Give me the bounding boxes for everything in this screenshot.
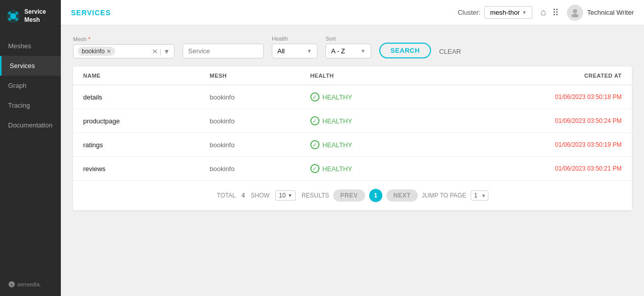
table-header: NAME MESH HEALTH CREATED AT xyxy=(73,67,632,85)
mesh-filter-group: Mesh bookinfo ✕ ✕ | ▼ xyxy=(73,36,174,58)
sidebar: Service Mesh Meshes Services Graph Traci… xyxy=(0,0,61,296)
sidebar-item-meshes[interactable]: Meshes xyxy=(0,36,61,56)
cluster-section: Cluster: mesh-thor ▼ xyxy=(458,6,532,19)
table-row: details bookinfo ✓ HEALTHY 01/06/2023 03… xyxy=(73,85,632,109)
service-name[interactable]: productpage xyxy=(83,117,120,125)
app-logo: Service Mesh xyxy=(0,0,61,32)
mesh-tag-close-icon[interactable]: ✕ xyxy=(106,48,111,55)
service-filter-group xyxy=(183,44,264,58)
svg-point-13 xyxy=(571,14,579,17)
sort-label: Sort xyxy=(326,36,371,42)
sidebar-nav: Meshes Services Graph Tracing Documentat… xyxy=(0,32,61,273)
pagination-info: TOTAL 4 SHOW 10 ▼ RESULTS xyxy=(217,190,329,201)
mesh-tag-value: bookinfo xyxy=(82,48,104,55)
health-status: HEALTHY xyxy=(323,141,352,149)
show-select[interactable]: 10 ▼ xyxy=(275,190,296,201)
page-title: SERVICES xyxy=(71,9,111,17)
table-row: productpage bookinfo ✓ HEALTHY 01/06/202… xyxy=(73,109,632,133)
jump-label: JUMP TO PAGE xyxy=(422,192,467,199)
sidebar-item-documentation[interactable]: Documentation xyxy=(0,115,61,135)
filter-bar: Mesh bookinfo ✕ ✕ | ▼ xyxy=(73,36,632,58)
health-check-icon: ✓ xyxy=(310,140,319,149)
cluster-selector[interactable]: mesh-thor ▼ xyxy=(484,6,532,19)
table-row: reviews bookinfo ✓ HEALTHY 01/06/2023 03… xyxy=(73,157,632,181)
sensedia-logo: s sensedia. xyxy=(8,281,41,288)
service-input[interactable] xyxy=(188,47,258,55)
logo-icon xyxy=(6,9,20,23)
mesh-name: bookinfo xyxy=(210,141,235,149)
sort-value: A - Z xyxy=(331,47,345,55)
created-at: 01/06/2023 03:50:21 PM xyxy=(555,165,622,172)
page-content: Mesh bookinfo ✕ ✕ | ▼ xyxy=(61,25,644,296)
show-label: SHOW xyxy=(251,192,269,199)
total-count: 4 xyxy=(241,192,245,199)
service-name[interactable]: details xyxy=(83,93,102,101)
health-value: All xyxy=(277,47,284,55)
home-icon[interactable]: ⌂ xyxy=(541,7,546,18)
service-name[interactable]: ratings xyxy=(83,141,103,149)
avatar xyxy=(567,5,583,21)
sidebar-footer: s sensedia. xyxy=(0,273,61,296)
user-name: Technical Writer xyxy=(587,9,634,16)
health-status: HEALTHY xyxy=(323,117,352,125)
created-at: 01/06/2023 03:50:24 PM xyxy=(555,117,622,124)
mesh-input[interactable]: bookinfo ✕ ✕ | ▼ xyxy=(73,44,174,58)
table-body: details bookinfo ✓ HEALTHY 01/06/2023 03… xyxy=(73,85,632,181)
health-badge: ✓ HEALTHY xyxy=(310,92,352,102)
jump-page-select[interactable]: 1 xyxy=(471,190,488,201)
sidebar-item-services[interactable]: Services xyxy=(0,56,61,76)
topbar: SERVICES Cluster: mesh-thor ▼ ⌂ ⠿ xyxy=(61,0,644,25)
services-table-container: NAME MESH HEALTH CREATED AT details book… xyxy=(73,67,632,210)
health-badge: ✓ HEALTHY xyxy=(310,140,352,149)
sidebar-item-tracing[interactable]: Tracing xyxy=(0,95,61,115)
search-button[interactable]: SEARCH xyxy=(379,43,431,58)
health-label: Health xyxy=(272,36,317,42)
cluster-chevron-icon: ▼ xyxy=(522,10,527,15)
cluster-label: Cluster: xyxy=(458,9,481,16)
prev-button[interactable]: PREV xyxy=(333,189,365,202)
show-value: 10 xyxy=(279,192,285,199)
health-badge: ✓ HEALTHY xyxy=(310,116,352,125)
col-name: NAME xyxy=(73,67,200,85)
health-badge: ✓ HEALTHY xyxy=(310,164,352,173)
mesh-label: Mesh xyxy=(73,36,174,42)
health-status: HEALTHY xyxy=(323,165,352,173)
clear-button[interactable]: CLEAR xyxy=(435,45,465,58)
user-section: Technical Writer xyxy=(567,5,634,21)
topbar-right: Cluster: mesh-thor ▼ ⌂ ⠿ Technical Write… xyxy=(458,5,634,21)
show-chevron-icon: ▼ xyxy=(288,193,292,198)
mesh-tag: bookinfo ✕ xyxy=(78,47,115,56)
sort-selector[interactable]: A - Z ▼ xyxy=(326,44,371,58)
col-health: HEALTH xyxy=(300,67,439,85)
current-page[interactable]: 1 xyxy=(369,189,382,202)
mesh-name: bookinfo xyxy=(210,93,235,101)
grid-icon[interactable]: ⠿ xyxy=(552,7,559,18)
col-mesh: MESH xyxy=(200,67,300,85)
health-check-icon: ✓ xyxy=(310,92,319,102)
main-content: SERVICES Cluster: mesh-thor ▼ ⌂ ⠿ xyxy=(61,0,644,296)
services-table: NAME MESH HEALTH CREATED AT details book… xyxy=(73,67,632,180)
health-check-icon: ✓ xyxy=(310,116,319,125)
cluster-value: mesh-thor xyxy=(490,9,520,16)
topbar-icons: ⌂ ⠿ xyxy=(541,7,559,18)
created-at: 01/06/2023 03:50:19 PM xyxy=(555,141,622,148)
pagination: TOTAL 4 SHOW 10 ▼ RESULTS PREV 1 NEXT JU… xyxy=(73,180,632,210)
health-chevron-icon: ▼ xyxy=(307,48,312,54)
created-at: 01/06/2023 03:50:18 PM xyxy=(555,93,622,101)
brand-name: Service Mesh xyxy=(24,8,46,24)
mesh-clear[interactable]: ✕ | ▼ xyxy=(152,48,170,55)
mesh-name: bookinfo xyxy=(210,117,235,125)
svg-text:s: s xyxy=(11,283,13,286)
total-label: TOTAL xyxy=(217,192,236,199)
table-row: ratings bookinfo ✓ HEALTHY 01/06/2023 03… xyxy=(73,133,632,157)
health-selector[interactable]: All ▼ xyxy=(272,44,317,58)
health-status: HEALTHY xyxy=(323,93,352,101)
sidebar-item-graph[interactable]: Graph xyxy=(0,76,61,95)
results-label: RESULTS xyxy=(302,192,329,199)
health-filter-group: Health All ▼ xyxy=(272,36,317,58)
sort-filter-group: Sort A - Z ▼ xyxy=(326,36,371,58)
next-button[interactable]: NEXT xyxy=(386,189,418,202)
col-created-at: CREATED AT xyxy=(439,67,632,85)
service-name[interactable]: reviews xyxy=(83,165,105,173)
sort-chevron-icon: ▼ xyxy=(361,48,366,54)
